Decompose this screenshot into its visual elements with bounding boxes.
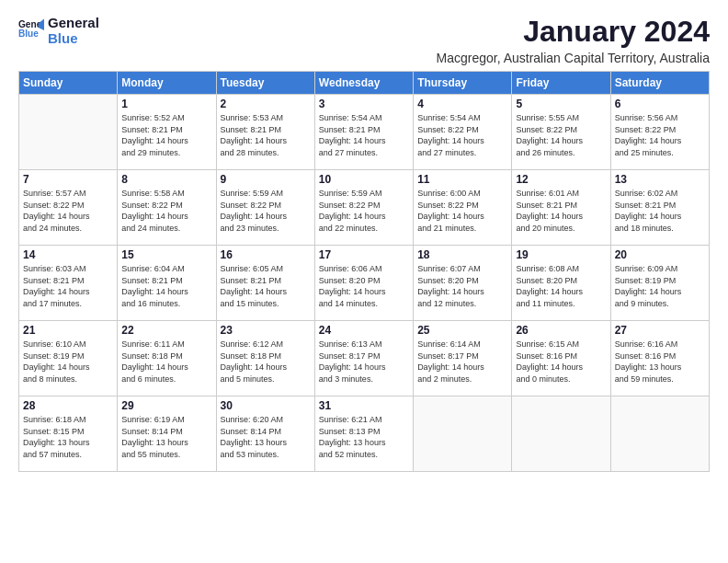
- calendar-cell: 20Sunrise: 6:09 AMSunset: 8:19 PMDayligh…: [610, 246, 709, 321]
- day-number: 16: [221, 248, 311, 261]
- day-number: 14: [23, 248, 113, 261]
- calendar-cell: [414, 396, 512, 472]
- day-info: Sunrise: 6:03 AMSunset: 8:21 PMDaylight:…: [23, 263, 113, 309]
- calendar-cell: 28Sunrise: 6:18 AMSunset: 8:15 PMDayligh…: [19, 396, 118, 472]
- day-number: 27: [615, 324, 705, 337]
- day-number: 1: [121, 98, 211, 110]
- day-info: Sunrise: 6:02 AMSunset: 8:21 PMDaylight:…: [615, 188, 705, 234]
- calendar-cell: [610, 396, 709, 472]
- day-info: Sunrise: 5:53 AMSunset: 8:21 PMDaylight:…: [221, 112, 311, 158]
- page: General Blue General Blue January 2024 M…: [0, 0, 728, 563]
- day-info: Sunrise: 6:01 AMSunset: 8:21 PMDaylight:…: [516, 188, 606, 234]
- subtitle: Macgregor, Australian Capital Territory,…: [436, 51, 710, 65]
- day-info: Sunrise: 6:06 AMSunset: 8:20 PMDaylight:…: [319, 263, 409, 309]
- calendar-cell: [19, 95, 118, 170]
- day-number: 28: [23, 399, 113, 412]
- day-number: 4: [417, 98, 507, 110]
- day-info: Sunrise: 5:56 AMSunset: 8:22 PMDaylight:…: [615, 112, 705, 158]
- day-info: Sunrise: 6:10 AMSunset: 8:19 PMDaylight:…: [23, 339, 113, 385]
- calendar-week-5: 28Sunrise: 6:18 AMSunset: 8:15 PMDayligh…: [19, 396, 710, 472]
- day-info: Sunrise: 6:20 AMSunset: 8:14 PMDaylight:…: [221, 414, 311, 460]
- day-number: 2: [221, 98, 311, 110]
- day-number: 17: [319, 248, 409, 261]
- calendar-table: SundayMondayTuesdayWednesdayThursdayFrid…: [18, 71, 710, 472]
- logo: General Blue General Blue: [18, 15, 99, 47]
- day-info: Sunrise: 6:12 AMSunset: 8:18 PMDaylight:…: [221, 339, 311, 385]
- calendar-cell: 16Sunrise: 6:05 AMSunset: 8:21 PMDayligh…: [216, 246, 314, 321]
- day-header-monday: Monday: [118, 72, 216, 95]
- calendar-cell: 6Sunrise: 5:56 AMSunset: 8:22 PMDaylight…: [610, 95, 709, 170]
- calendar-cell: 9Sunrise: 5:59 AMSunset: 8:22 PMDaylight…: [216, 170, 314, 246]
- calendar-cell: 13Sunrise: 6:02 AMSunset: 8:21 PMDayligh…: [610, 170, 709, 246]
- day-info: Sunrise: 6:14 AMSunset: 8:17 PMDaylight:…: [417, 339, 507, 385]
- day-info: Sunrise: 6:21 AMSunset: 8:13 PMDaylight:…: [319, 414, 409, 460]
- calendar-cell: 21Sunrise: 6:10 AMSunset: 8:19 PMDayligh…: [19, 321, 118, 396]
- day-info: Sunrise: 6:15 AMSunset: 8:16 PMDaylight:…: [516, 339, 606, 385]
- calendar-cell: 17Sunrise: 6:06 AMSunset: 8:20 PMDayligh…: [314, 246, 413, 321]
- day-number: 22: [121, 324, 211, 337]
- calendar-cell: 12Sunrise: 6:01 AMSunset: 8:21 PMDayligh…: [512, 170, 610, 246]
- calendar-cell: 29Sunrise: 6:19 AMSunset: 8:14 PMDayligh…: [118, 396, 216, 472]
- day-info: Sunrise: 5:59 AMSunset: 8:22 PMDaylight:…: [319, 188, 409, 234]
- calendar-cell: 1Sunrise: 5:52 AMSunset: 8:21 PMDaylight…: [118, 95, 216, 170]
- day-number: 7: [23, 173, 113, 186]
- day-info: Sunrise: 6:18 AMSunset: 8:15 PMDaylight:…: [23, 414, 113, 460]
- day-number: 31: [319, 399, 409, 412]
- calendar-cell: 8Sunrise: 5:58 AMSunset: 8:22 PMDaylight…: [118, 170, 216, 246]
- logo-line1: General: [48, 15, 99, 30]
- day-number: 24: [319, 324, 409, 337]
- day-header-friday: Friday: [512, 72, 610, 95]
- title-block: January 2024 Macgregor, Australian Capit…: [436, 15, 710, 65]
- calendar-cell: 2Sunrise: 5:53 AMSunset: 8:21 PMDaylight…: [216, 95, 314, 170]
- day-info: Sunrise: 6:05 AMSunset: 8:21 PMDaylight:…: [221, 263, 311, 309]
- day-number: 20: [615, 248, 705, 261]
- calendar-week-1: 1Sunrise: 5:52 AMSunset: 8:21 PMDaylight…: [19, 95, 710, 170]
- main-title: January 2024: [436, 15, 710, 49]
- day-info: Sunrise: 5:54 AMSunset: 8:22 PMDaylight:…: [417, 112, 507, 158]
- calendar-cell: 25Sunrise: 6:14 AMSunset: 8:17 PMDayligh…: [414, 321, 512, 396]
- day-header-wednesday: Wednesday: [314, 72, 413, 95]
- day-number: 8: [121, 173, 211, 186]
- day-info: Sunrise: 6:13 AMSunset: 8:17 PMDaylight:…: [319, 339, 409, 385]
- day-info: Sunrise: 6:09 AMSunset: 8:19 PMDaylight:…: [615, 263, 705, 309]
- day-number: 11: [417, 173, 507, 186]
- day-number: 30: [221, 399, 311, 412]
- calendar-cell: 15Sunrise: 6:04 AMSunset: 8:21 PMDayligh…: [118, 246, 216, 321]
- day-number: 10: [319, 173, 409, 186]
- calendar-cell: 22Sunrise: 6:11 AMSunset: 8:18 PMDayligh…: [118, 321, 216, 396]
- calendar-cell: 31Sunrise: 6:21 AMSunset: 8:13 PMDayligh…: [314, 396, 413, 472]
- calendar-cell: 4Sunrise: 5:54 AMSunset: 8:22 PMDaylight…: [414, 95, 512, 170]
- calendar-cell: 5Sunrise: 5:55 AMSunset: 8:22 PMDaylight…: [512, 95, 610, 170]
- day-info: Sunrise: 6:04 AMSunset: 8:21 PMDaylight:…: [121, 263, 211, 309]
- calendar-cell: 3Sunrise: 5:54 AMSunset: 8:21 PMDaylight…: [314, 95, 413, 170]
- day-header-thursday: Thursday: [414, 72, 512, 95]
- calendar-cell: 30Sunrise: 6:20 AMSunset: 8:14 PMDayligh…: [216, 396, 314, 472]
- day-number: 18: [417, 248, 507, 261]
- day-info: Sunrise: 5:55 AMSunset: 8:22 PMDaylight:…: [516, 112, 606, 158]
- header: General Blue General Blue January 2024 M…: [18, 15, 710, 65]
- day-number: 9: [221, 173, 311, 186]
- calendar-cell: 18Sunrise: 6:07 AMSunset: 8:20 PMDayligh…: [414, 246, 512, 321]
- day-number: 15: [121, 248, 211, 261]
- day-number: 12: [516, 173, 606, 186]
- day-number: 6: [615, 98, 705, 110]
- day-info: Sunrise: 5:54 AMSunset: 8:21 PMDaylight:…: [319, 112, 409, 158]
- day-info: Sunrise: 5:59 AMSunset: 8:22 PMDaylight:…: [221, 188, 311, 234]
- day-info: Sunrise: 5:52 AMSunset: 8:21 PMDaylight:…: [121, 112, 211, 158]
- calendar-cell: 11Sunrise: 6:00 AMSunset: 8:22 PMDayligh…: [414, 170, 512, 246]
- day-number: 26: [516, 324, 606, 337]
- calendar-week-3: 14Sunrise: 6:03 AMSunset: 8:21 PMDayligh…: [19, 246, 710, 321]
- day-info: Sunrise: 6:16 AMSunset: 8:16 PMDaylight:…: [615, 339, 705, 385]
- calendar-cell: 19Sunrise: 6:08 AMSunset: 8:20 PMDayligh…: [512, 246, 610, 321]
- calendar-cell: 26Sunrise: 6:15 AMSunset: 8:16 PMDayligh…: [512, 321, 610, 396]
- day-info: Sunrise: 6:07 AMSunset: 8:20 PMDaylight:…: [417, 263, 507, 309]
- logo-icon: General Blue: [18, 17, 44, 43]
- calendar-cell: 10Sunrise: 5:59 AMSunset: 8:22 PMDayligh…: [314, 170, 413, 246]
- calendar-week-2: 7Sunrise: 5:57 AMSunset: 8:22 PMDaylight…: [19, 170, 710, 246]
- calendar-cell: 7Sunrise: 5:57 AMSunset: 8:22 PMDaylight…: [19, 170, 118, 246]
- day-number: 25: [417, 324, 507, 337]
- day-info: Sunrise: 6:11 AMSunset: 8:18 PMDaylight:…: [121, 339, 211, 385]
- day-info: Sunrise: 6:08 AMSunset: 8:20 PMDaylight:…: [516, 263, 606, 309]
- day-number: 13: [615, 173, 705, 186]
- logo-line2: Blue: [48, 30, 99, 46]
